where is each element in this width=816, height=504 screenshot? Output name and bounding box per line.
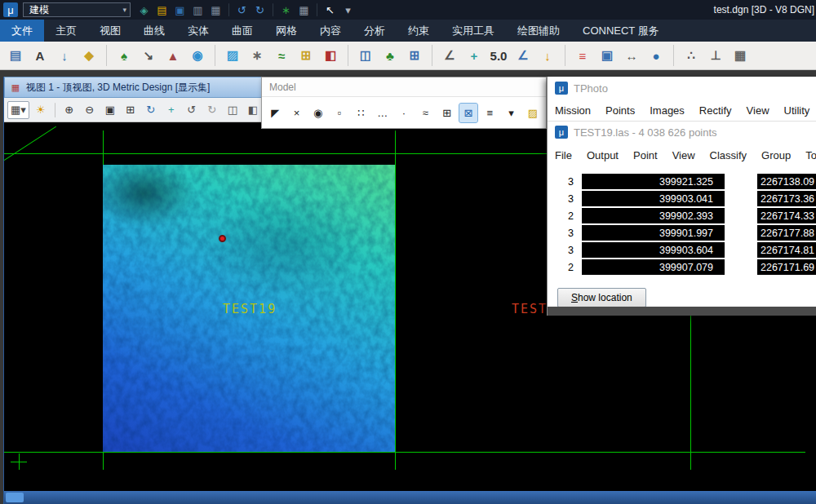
- perpendicular-icon[interactable]: ⊥: [705, 45, 726, 66]
- show-location-button[interactable]: Show location: [557, 288, 646, 307]
- point-row[interactable]: 3 399903.041 2267173.36: [557, 191, 816, 206]
- las-menu-item[interactable]: Output: [579, 149, 626, 161]
- view-next-icon[interactable]: ↻: [203, 101, 221, 119]
- ribbon-tab[interactable]: 实体: [176, 20, 220, 42]
- classify-grid-icon[interactable]: ⊞: [438, 104, 456, 122]
- levels-icon[interactable]: ≡: [481, 104, 499, 122]
- pan-view-icon[interactable]: +: [162, 101, 180, 119]
- globe-icon[interactable]: ●: [645, 45, 667, 66]
- tphoto-menu-item[interactable]: Points: [598, 104, 642, 117]
- ribbon-tab[interactable]: 分析: [353, 20, 397, 42]
- raster-image-icon[interactable]: ▨: [222, 45, 243, 66]
- ribbon-tab[interactable]: 约束: [397, 20, 441, 42]
- slope-icon[interactable]: ∠: [512, 45, 534, 66]
- view-corner-icon[interactable]: [6, 493, 24, 502]
- settings-icon[interactable]: ∗: [246, 45, 268, 66]
- hierarchy-icon[interactable]: ∴: [681, 45, 702, 66]
- clean-broom-icon[interactable]: ▨: [524, 104, 542, 122]
- las-menu-item[interactable]: Point: [626, 149, 665, 161]
- ribbon-tab[interactable]: 绘图辅助: [506, 20, 571, 42]
- redo-icon[interactable]: ↻: [251, 2, 268, 18]
- new-design-icon[interactable]: ∗: [277, 2, 295, 18]
- window-area-icon[interactable]: ▣: [101, 101, 119, 119]
- circle-select-icon[interactable]: ◉: [309, 104, 327, 122]
- point-row[interactable]: 3 399903.604 2267174.81: [557, 242, 816, 258]
- open-file-icon[interactable]: ▤: [153, 2, 171, 18]
- view-brightness-icon[interactable]: ☀: [32, 101, 50, 119]
- zoom-out-icon[interactable]: ⊖: [81, 101, 99, 119]
- tphoto-menu-item[interactable]: Mission: [548, 104, 598, 117]
- ribbon-tab[interactable]: 文件: [0, 20, 44, 42]
- mesh-grid-icon[interactable]: ⊞: [404, 45, 425, 66]
- droplet-icon[interactable]: ◉: [187, 45, 208, 66]
- ribbon-tab[interactable]: 网格: [264, 20, 308, 42]
- las-menu-item[interactable]: Tool: [798, 149, 816, 161]
- point-row[interactable]: 2 399907.079 2267171.69: [557, 259, 816, 275]
- antenna-icon[interactable]: ▲: [162, 45, 184, 66]
- import-points-icon[interactable]: ↓: [537, 45, 558, 66]
- overflow-icon[interactable]: ▦: [730, 45, 751, 66]
- las-titlebar[interactable]: μ TEST19.las - 4 038 626 points: [548, 122, 816, 143]
- place-point-icon[interactable]: ↓: [54, 45, 75, 66]
- compress-icon[interactable]: ▥: [189, 2, 206, 18]
- ribbon-tab[interactable]: 内容: [308, 20, 353, 42]
- filter-icon[interactable]: ▾: [502, 104, 520, 122]
- terrain-icon[interactable]: ≈: [271, 45, 292, 66]
- ribbon-tab[interactable]: 曲线: [132, 20, 176, 42]
- element-selection-icon[interactable]: ↖: [322, 2, 339, 18]
- window-icon[interactable]: ◫: [355, 45, 376, 66]
- tphoto-menu-item[interactable]: View: [739, 104, 777, 117]
- undo-icon[interactable]: ↺: [233, 2, 251, 18]
- tphoto-resize-edge[interactable]: [548, 307, 816, 316]
- color-ramp-icon[interactable]: ≡: [572, 45, 593, 66]
- fill-color-icon[interactable]: ◆: [78, 45, 100, 66]
- tphoto-menu-item[interactable]: Images: [642, 104, 692, 117]
- dimension-icon[interactable]: ↔: [621, 45, 642, 66]
- las-menu-item[interactable]: Group: [754, 149, 798, 161]
- rect-select-icon[interactable]: ▫: [330, 104, 348, 122]
- las-menu-item[interactable]: File: [548, 149, 579, 161]
- cell-icon[interactable]: ◧: [320, 45, 341, 66]
- point-row[interactable]: 3 399921.325 2267138.09: [557, 174, 816, 189]
- tphoto-menu-item[interactable]: Utility: [777, 104, 816, 117]
- model-toolbox-titlebar[interactable]: Model: [262, 77, 546, 97]
- zoom-in-icon[interactable]: ⊕: [60, 101, 78, 119]
- scale-value-icon[interactable]: 5.0: [488, 45, 509, 66]
- plot-icon[interactable]: ▦: [295, 2, 313, 18]
- grid-icon[interactable]: ⊞: [295, 45, 317, 66]
- angle-icon[interactable]: ∠: [439, 45, 460, 66]
- fence-mode-icon[interactable]: ◤: [266, 104, 284, 122]
- view-scrollbar[interactable]: [4, 491, 816, 504]
- single-point-icon[interactable]: ·: [395, 104, 413, 122]
- vegetation-icon[interactable]: ♣: [379, 45, 401, 66]
- user-preferences-icon[interactable]: ◈: [135, 2, 153, 18]
- clip-volume-icon[interactable]: ◧: [244, 101, 262, 119]
- ribbon-tab[interactable]: 主页: [44, 20, 88, 42]
- point-grid-icon[interactable]: ∷: [352, 104, 370, 122]
- toolbar-more-icon[interactable]: ▾: [339, 2, 357, 18]
- ribbon-tab[interactable]: 曲面: [220, 20, 264, 42]
- section-icon[interactable]: ▣: [596, 45, 618, 66]
- text-style-icon[interactable]: A: [29, 45, 51, 66]
- ribbon-tab[interactable]: CONNECT 服务: [571, 20, 671, 42]
- view-previous-icon[interactable]: ↺: [183, 101, 201, 119]
- point-row[interactable]: 3 399901.997 2267177.88: [557, 225, 816, 241]
- las-menu-item[interactable]: View: [665, 149, 703, 161]
- density-icon[interactable]: ≈: [416, 104, 434, 122]
- ribbon-tab[interactable]: 视图: [88, 20, 132, 42]
- tree-icon[interactable]: ♠: [113, 45, 135, 66]
- display-style-dropdown[interactable]: ▦▾: [7, 101, 29, 119]
- las-menu-item[interactable]: Classify: [703, 149, 755, 161]
- move-icon[interactable]: +: [463, 45, 485, 66]
- clear-selection-icon[interactable]: ×: [287, 104, 305, 122]
- print-icon[interactable]: ▦: [207, 2, 224, 18]
- ribbon-tab[interactable]: 实用工具: [441, 20, 506, 42]
- copy-view-icon[interactable]: ◫: [224, 101, 242, 119]
- snap-crosshair-icon[interactable]: ⊠: [459, 104, 477, 122]
- tphoto-menu-item[interactable]: Rectify: [692, 104, 739, 117]
- save-icon[interactable]: ▣: [171, 2, 188, 18]
- fit-view-icon[interactable]: ⊞: [122, 101, 140, 119]
- print-organizer-icon[interactable]: ▤: [5, 45, 26, 66]
- tphoto-titlebar[interactable]: μ TPhoto: [548, 77, 816, 99]
- dots-row-icon[interactable]: …: [374, 104, 392, 122]
